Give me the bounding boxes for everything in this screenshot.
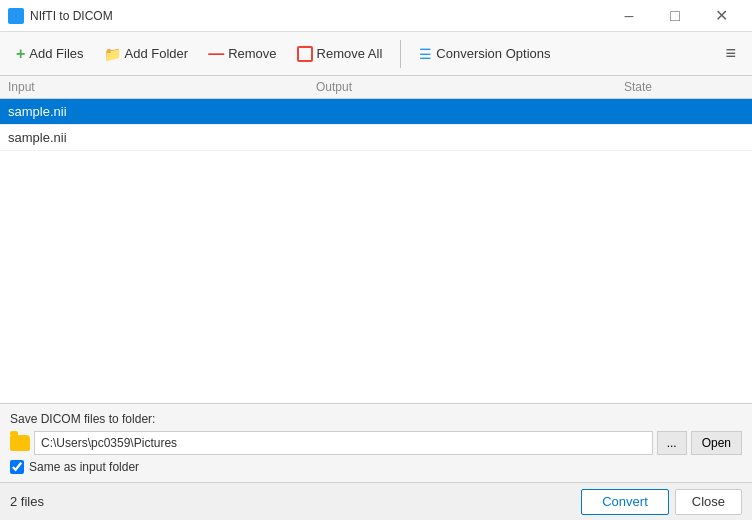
file-output-cell bbox=[316, 104, 624, 119]
title-bar-text: NIfTI to DICOM bbox=[30, 9, 606, 23]
file-input-cell: sample.nii bbox=[8, 104, 316, 119]
conversion-options-button[interactable]: ☰ Conversion Options bbox=[411, 42, 558, 66]
file-list-container: Input Output State sample.nii sample.nii bbox=[0, 76, 752, 403]
remove-all-button[interactable]: Remove All bbox=[289, 42, 391, 66]
remove-icon: — bbox=[208, 45, 224, 63]
same-folder-label: Same as input folder bbox=[29, 460, 139, 474]
column-state: State bbox=[624, 80, 744, 94]
close-button[interactable]: Close bbox=[675, 489, 742, 515]
convert-button[interactable]: Convert bbox=[581, 489, 669, 515]
same-folder-row: Same as input folder bbox=[10, 460, 742, 474]
bottom-panel: Save DICOM files to folder: ... Open Sam… bbox=[0, 403, 752, 482]
remove-button[interactable]: — Remove bbox=[200, 41, 284, 67]
folder-label: Save DICOM files to folder: bbox=[10, 412, 742, 426]
file-input-cell: sample.nii bbox=[8, 130, 316, 145]
add-files-label: Add Files bbox=[29, 46, 83, 61]
table-row[interactable]: sample.nii bbox=[0, 125, 752, 151]
file-list-body: sample.nii sample.nii bbox=[0, 99, 752, 403]
conversion-options-icon: ☰ bbox=[419, 46, 432, 62]
file-count: 2 files bbox=[10, 494, 581, 509]
column-output: Output bbox=[316, 80, 624, 94]
table-row[interactable]: sample.nii bbox=[0, 99, 752, 125]
toolbar-separator bbox=[400, 40, 401, 68]
toolbar: + Add Files 📁 Add Folder — Remove Remove… bbox=[0, 32, 752, 76]
title-bar-controls: – □ ✕ bbox=[606, 0, 744, 32]
open-button[interactable]: Open bbox=[691, 431, 742, 455]
add-files-button[interactable]: + Add Files bbox=[8, 41, 92, 67]
app-icon bbox=[8, 8, 24, 24]
folder-row: ... Open bbox=[10, 431, 742, 455]
status-buttons: Convert Close bbox=[581, 489, 742, 515]
folder-path-input[interactable] bbox=[34, 431, 653, 455]
title-bar: NIfTI to DICOM – □ ✕ bbox=[0, 0, 752, 32]
close-window-button[interactable]: ✕ bbox=[698, 0, 744, 32]
browse-button[interactable]: ... bbox=[657, 431, 687, 455]
same-folder-checkbox[interactable] bbox=[10, 460, 24, 474]
file-output-cell bbox=[316, 130, 624, 145]
column-input: Input bbox=[8, 80, 316, 94]
add-folder-label: Add Folder bbox=[125, 46, 189, 61]
maximize-button[interactable]: □ bbox=[652, 0, 698, 32]
minimize-button[interactable]: – bbox=[606, 0, 652, 32]
add-folder-button[interactable]: 📁 Add Folder bbox=[96, 42, 197, 66]
menu-button[interactable]: ≡ bbox=[717, 39, 744, 68]
remove-all-label: Remove All bbox=[317, 46, 383, 61]
file-state-cell bbox=[624, 130, 744, 145]
add-folder-icon: 📁 bbox=[104, 46, 121, 62]
folder-icon bbox=[10, 435, 30, 451]
file-list-header: Input Output State bbox=[0, 76, 752, 99]
status-bar: 2 files Convert Close bbox=[0, 482, 752, 520]
remove-label: Remove bbox=[228, 46, 276, 61]
add-files-icon: + bbox=[16, 45, 25, 63]
remove-all-icon bbox=[297, 46, 313, 62]
file-state-cell bbox=[624, 104, 744, 119]
conversion-options-label: Conversion Options bbox=[436, 46, 550, 61]
